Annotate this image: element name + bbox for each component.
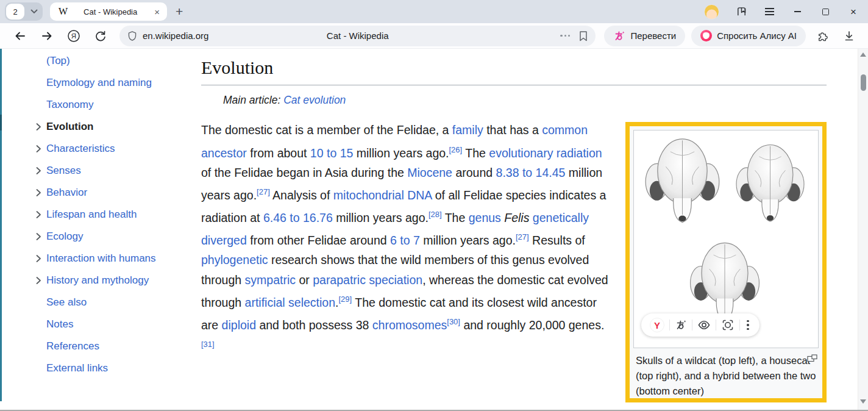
more-actions-icon[interactable] [560, 35, 570, 37]
site-shield-icon[interactable] [127, 30, 138, 41]
wiki-link[interactable]: phylogenetic [201, 253, 268, 266]
wiki-link[interactable]: Miocene [407, 166, 452, 179]
chevron-right-icon[interactable] [33, 143, 44, 154]
section-heading: Evolution [201, 57, 827, 78]
chevron-right-icon[interactable] [33, 209, 44, 220]
menu-button[interactable] [763, 5, 775, 18]
chevron-right-icon[interactable] [33, 165, 44, 176]
text-run: Main article: [223, 94, 283, 106]
search-by-image-button[interactable] [721, 318, 735, 332]
downloads-button[interactable] [839, 26, 859, 46]
wiki-link[interactable]: family [452, 123, 483, 137]
chevron-right-icon[interactable] [33, 275, 44, 286]
reference-link[interactable]: [27] [257, 187, 270, 196]
reference-link[interactable]: [30] [447, 317, 460, 326]
forward-button[interactable] [37, 26, 57, 46]
wikipedia-favicon-icon: W [59, 6, 68, 17]
sidebar-item-characteristics[interactable]: Characteristics [34, 138, 199, 160]
back-button[interactable] [10, 26, 30, 46]
ask-alice-button[interactable]: Спросить Алису AI [691, 26, 806, 46]
sidebar-item-history-and-mythology[interactable]: History and mythology [34, 270, 199, 291]
enlarge-button[interactable] [807, 354, 817, 362]
scroll-thumb[interactable] [861, 74, 866, 91]
wiki-link[interactable]: Cat evolution [283, 94, 346, 106]
wiki-link[interactable]: diploid [222, 318, 256, 332]
translate-image-button[interactable] [675, 319, 687, 331]
sidebar-handle[interactable] [0, 115, 2, 130]
chevron-right-icon[interactable] [33, 187, 44, 198]
skulls-image[interactable]: Y [633, 130, 819, 348]
wiki-link[interactable]: 10 to 15 [310, 146, 353, 159]
sidebar-item-label: Behavior [46, 187, 87, 199]
reference-link[interactable]: [29] [338, 295, 352, 304]
sidebar-accent-strip[interactable] [0, 49, 2, 401]
tab-bar: 2 W Cat - Wikipedia × + × [0, 0, 868, 23]
wiki-link[interactable]: sympatric [245, 273, 296, 287]
wiki-link[interactable]: mitochondrial DNA [333, 188, 432, 202]
toolbar-divider [716, 320, 716, 331]
text-run: million years ago. [353, 146, 449, 159]
sidebar-item-references[interactable]: References [34, 335, 199, 357]
chevron-right-icon[interactable] [33, 121, 44, 132]
side-panel-button[interactable] [735, 5, 747, 18]
translate-image-icon [675, 319, 687, 331]
scroll-up-button[interactable] [860, 52, 866, 57]
reference-link[interactable]: [31] [201, 340, 215, 349]
reference-link[interactable]: [27] [516, 232, 529, 241]
yandex-image-search-button[interactable]: Y [650, 318, 664, 332]
sidebar-item-behavior[interactable]: Behavior [34, 182, 199, 204]
wiki-link[interactable]: 6.46 to 16.76 [263, 211, 333, 224]
wiki-link[interactable]: genus [469, 211, 501, 224]
tab-close-button[interactable]: × [153, 6, 161, 18]
sidebar-item-external-links[interactable]: External links [34, 357, 199, 379]
sidebar-item-label: External links [46, 362, 108, 374]
sidebar-item-lifespan-and-health[interactable]: Lifespan and health [34, 204, 199, 226]
chevron-right-icon[interactable] [33, 253, 44, 264]
url-text[interactable]: en.wikipedia.org [143, 30, 208, 41]
new-tab-button[interactable]: + [176, 4, 183, 19]
text-run: Analysis of [270, 188, 333, 202]
sidebar-item-ecology[interactable]: Ecology [34, 226, 199, 248]
yandex-start-button[interactable]: Я [63, 26, 84, 46]
tab-count[interactable]: 2 [6, 4, 24, 20]
sidebar-item-top[interactable]: (Top) [34, 50, 199, 72]
vertical-scrollbar[interactable] [858, 49, 868, 410]
table-of-contents: (Top)Etymology and namingTaxonomyEvoluti… [34, 50, 199, 379]
view-image-button[interactable] [697, 318, 711, 332]
wiki-link[interactable]: parapatric speciation [313, 273, 422, 287]
wiki-link[interactable]: 6 to 7 [390, 234, 420, 247]
wiki-link[interactable]: artificial selection [245, 296, 335, 309]
tab-list-chevron-button[interactable] [26, 9, 43, 14]
sidebar-item-senses[interactable]: Senses [34, 160, 199, 182]
profile-avatar[interactable] [704, 4, 719, 20]
sidebar-item-notes[interactable]: Notes [34, 313, 199, 335]
sidebar-item-label: (Top) [46, 55, 70, 67]
reference-link[interactable]: [26] [449, 145, 463, 154]
scroll-down-button[interactable] [860, 399, 866, 404]
sidebar-item-see-also[interactable]: See also [34, 291, 199, 313]
sidebar-item-interaction-with-humans[interactable]: Interaction with humans [34, 248, 199, 270]
browser-toolbar: Я en.wikipedia.org Cat - Wikipedia [0, 23, 868, 49]
sidebar-item-evolution[interactable]: Evolution [34, 116, 199, 138]
browser-tab[interactable]: W Cat - Wikipedia × [50, 2, 167, 21]
minimize-button[interactable] [791, 5, 803, 18]
wiki-link[interactable]: 8.38 to 14.45 [496, 166, 566, 179]
image-thumbnail[interactable]: Y [625, 122, 827, 402]
address-bar[interactable]: en.wikipedia.org Cat - Wikipedia [119, 26, 596, 46]
tab-counter[interactable]: 2 [5, 2, 43, 21]
text-run: The domestic cat is a member of the Feli… [201, 123, 452, 137]
sidebar-item-etymology-and-naming[interactable]: Etymology and naming [34, 72, 199, 94]
yandex-circle-icon: Я [67, 29, 80, 43]
wiki-link[interactable]: chromosomes [372, 318, 447, 332]
reload-button[interactable] [90, 26, 111, 46]
image-more-button[interactable] [745, 320, 750, 330]
sidebar-item-taxonomy[interactable]: Taxonomy [34, 94, 199, 116]
close-window-button[interactable]: × [847, 5, 859, 18]
extensions-button[interactable] [812, 26, 833, 46]
maximize-button[interactable] [819, 5, 831, 18]
wiki-link[interactable]: evolutionary radiation [489, 146, 602, 159]
bookmark-icon[interactable] [578, 30, 588, 41]
translate-button[interactable]: Перевести [604, 26, 685, 46]
chevron-right-icon[interactable] [33, 231, 44, 242]
reference-link[interactable]: [28] [429, 210, 442, 219]
